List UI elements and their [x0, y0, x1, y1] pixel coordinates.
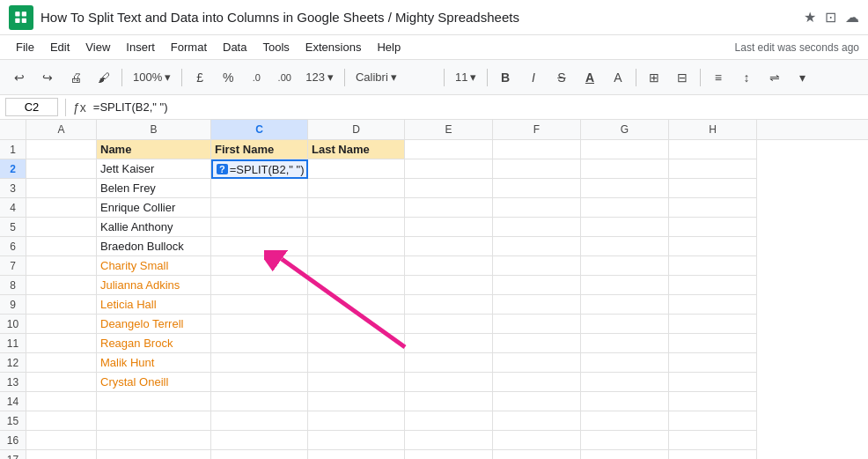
- col-header-c[interactable]: C: [211, 120, 308, 139]
- format-dropdown[interactable]: 123▾: [300, 68, 339, 86]
- col-header-d[interactable]: D: [308, 120, 405, 139]
- cell-c11[interactable]: [211, 334, 308, 353]
- decimal-less-button[interactable]: .0: [244, 65, 268, 90]
- redo-button[interactable]: ↪: [35, 65, 60, 90]
- col-header-h[interactable]: H: [669, 120, 757, 139]
- italic-button[interactable]: I: [521, 65, 546, 90]
- cell-e2[interactable]: [405, 159, 493, 179]
- cell-d10[interactable]: [308, 315, 405, 334]
- cell-b8[interactable]: Julianna Adkins: [97, 276, 211, 295]
- cell-h9[interactable]: [669, 295, 757, 315]
- col-header-e[interactable]: E: [405, 120, 493, 139]
- cell-h6[interactable]: [669, 237, 757, 256]
- cell-a1[interactable]: [26, 140, 97, 159]
- cell-f11[interactable]: [493, 334, 581, 353]
- cell-h5[interactable]: [669, 218, 757, 237]
- cell-e10[interactable]: [405, 315, 493, 334]
- cell-f12[interactable]: [493, 353, 581, 373]
- formula-input[interactable]: =SPLIT(B2," "): [93, 100, 863, 114]
- cell-g14[interactable]: [581, 392, 669, 411]
- cell-c9[interactable]: [211, 295, 308, 315]
- menu-help[interactable]: Help: [370, 38, 408, 56]
- cell-f4[interactable]: [493, 198, 581, 218]
- cell-b4[interactable]: Enrique Collier: [97, 198, 211, 218]
- cell-h1[interactable]: [669, 140, 757, 159]
- currency-button[interactable]: £: [188, 65, 212, 90]
- menu-data[interactable]: Data: [216, 38, 254, 56]
- cell-h17[interactable]: [669, 450, 757, 459]
- cell-b10[interactable]: Deangelo Terrell: [97, 315, 211, 334]
- col-header-f[interactable]: F: [493, 120, 581, 139]
- print-button[interactable]: 🖨: [63, 65, 88, 90]
- cell-a16[interactable]: [26, 431, 97, 450]
- cell-a17[interactable]: [26, 450, 97, 459]
- cell-e7[interactable]: [405, 256, 493, 276]
- cell-a5[interactable]: [26, 218, 97, 237]
- cell-a3[interactable]: [26, 179, 97, 198]
- cell-g11[interactable]: [581, 334, 669, 353]
- cell-c2[interactable]: ? =SPLIT(B2," "): [211, 159, 308, 179]
- folder-icon[interactable]: ⊡: [825, 9, 836, 26]
- cell-e6[interactable]: [405, 237, 493, 256]
- cell-b1[interactable]: Name: [97, 140, 211, 159]
- cell-b14[interactable]: [97, 392, 211, 411]
- cell-d6[interactable]: [308, 237, 405, 256]
- cell-g4[interactable]: [581, 198, 669, 218]
- cell-a2[interactable]: [26, 159, 97, 179]
- menu-insert[interactable]: Insert: [119, 38, 162, 56]
- cell-c10[interactable]: [211, 315, 308, 334]
- cell-ref-input[interactable]: [5, 98, 58, 116]
- cell-h13[interactable]: [669, 373, 757, 392]
- decimal-more-button[interactable]: .00: [272, 65, 297, 90]
- menu-extensions[interactable]: Extensions: [298, 38, 369, 56]
- cell-d12[interactable]: [308, 353, 405, 373]
- cell-e3[interactable]: [405, 179, 493, 198]
- cell-a15[interactable]: [26, 411, 97, 431]
- cell-g9[interactable]: [581, 295, 669, 315]
- cell-g5[interactable]: [581, 218, 669, 237]
- cell-f3[interactable]: [493, 179, 581, 198]
- strikethrough-button[interactable]: S: [549, 65, 574, 90]
- col-header-b[interactable]: B: [97, 120, 211, 139]
- cell-c15[interactable]: [211, 411, 308, 431]
- cell-b7[interactable]: Charity Small: [97, 256, 211, 276]
- cell-e5[interactable]: [405, 218, 493, 237]
- cell-f8[interactable]: [493, 276, 581, 295]
- cell-c12[interactable]: [211, 353, 308, 373]
- cell-h8[interactable]: [669, 276, 757, 295]
- cell-g3[interactable]: [581, 179, 669, 198]
- cell-a13[interactable]: [26, 373, 97, 392]
- cell-e17[interactable]: [405, 450, 493, 459]
- cell-a6[interactable]: [26, 237, 97, 256]
- percent-button[interactable]: %: [216, 65, 240, 90]
- cell-e13[interactable]: [405, 373, 493, 392]
- cell-c6[interactable]: [211, 237, 308, 256]
- cell-f14[interactable]: [493, 392, 581, 411]
- fill-color-button[interactable]: A: [606, 65, 630, 90]
- cell-a14[interactable]: [26, 392, 97, 411]
- underline-button[interactable]: A: [577, 65, 602, 90]
- cell-e14[interactable]: [405, 392, 493, 411]
- cell-e15[interactable]: [405, 411, 493, 431]
- cell-f17[interactable]: [493, 450, 581, 459]
- cell-g6[interactable]: [581, 237, 669, 256]
- cell-f13[interactable]: [493, 373, 581, 392]
- cell-h3[interactable]: [669, 179, 757, 198]
- cell-h16[interactable]: [669, 431, 757, 450]
- cell-g2[interactable]: [581, 159, 669, 179]
- cell-f10[interactable]: [493, 315, 581, 334]
- cell-b17[interactable]: [97, 450, 211, 459]
- cell-b2[interactable]: Jett Kaiser: [97, 159, 211, 179]
- col-header-g[interactable]: G: [581, 120, 669, 139]
- cell-a8[interactable]: [26, 276, 97, 295]
- borders-button[interactable]: ⊞: [642, 65, 666, 90]
- cell-a7[interactable]: [26, 256, 97, 276]
- cell-c16[interactable]: [211, 431, 308, 450]
- cell-d4[interactable]: [308, 198, 405, 218]
- cell-e9[interactable]: [405, 295, 493, 315]
- cell-h4[interactable]: [669, 198, 757, 218]
- cell-c3[interactable]: [211, 179, 308, 198]
- cell-e8[interactable]: [405, 276, 493, 295]
- cell-d16[interactable]: [308, 431, 405, 450]
- cell-h10[interactable]: [669, 315, 757, 334]
